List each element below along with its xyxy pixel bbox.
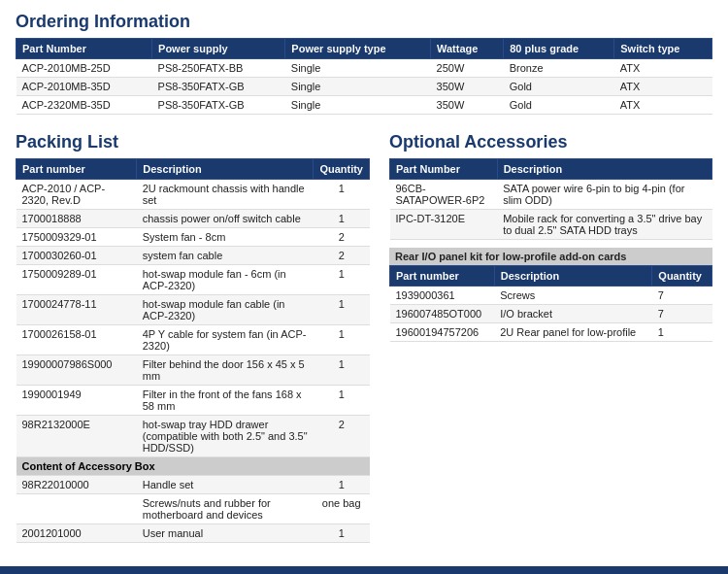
rear-cell: 7: [652, 305, 712, 323]
ordering-col-header: Part Number: [17, 39, 152, 59]
ordering-row: ACP-2010MB-35DPS8-350FATX-GBSingle350WGo…: [17, 78, 712, 96]
packing-cell: 2: [314, 228, 370, 247]
packing-row: 1700030260-01system fan cable2: [17, 247, 370, 265]
ordering-cell: Gold: [504, 78, 614, 96]
packing-col-header: Description: [137, 159, 314, 180]
rear-row: 196001947572062U Rear panel for low-prof…: [390, 323, 712, 342]
packing-cell: System fan - 8cm: [137, 228, 314, 247]
optional-title: Optional Accessories: [389, 132, 712, 152]
packing-cell: 1: [314, 355, 370, 386]
ordering-cell: 250W: [431, 59, 504, 78]
ordering-row: ACP-2010MB-25DPS8-250FATX-BBSingle250WBr…: [17, 59, 712, 78]
opt-row: 96CB-SATAPOWER-6P2SATA power wire 6-pin …: [390, 180, 712, 210]
packing-cell: chassis power on/off switch cable: [137, 210, 314, 228]
ordering-cell: ACP-2010MB-35D: [17, 78, 152, 96]
rear-cell: 1939000361: [390, 287, 495, 305]
ordering-row: ACP-2320MB-35DPS8-350FATX-GBSingle350WGo…: [17, 96, 712, 115]
opt-row: IPC-DT-3120EMobile rack for converting a…: [390, 210, 712, 240]
packing-cell: 1700024778-11: [17, 295, 137, 325]
packing-cell: 1750009289-01: [17, 265, 137, 295]
opt-cell: SATA power wire 6-pin to big 4-pin (for …: [497, 180, 711, 210]
rear-col-header: Part number: [390, 266, 495, 287]
packing-cell: Handle set: [137, 476, 314, 494]
packing-cell: Filter in the front of the fans 168 x 58…: [137, 386, 314, 416]
ordering-cell: ATX: [614, 96, 712, 115]
opt-col-header: Part Number: [390, 159, 498, 180]
packing-cell: 1: [314, 180, 370, 210]
packing-cell: 2: [314, 416, 370, 457]
packing-cell: 1750009329-01: [17, 228, 137, 247]
ordering-cell: PS8-350FATX-GB: [152, 78, 285, 96]
ordering-cell: ACP-2320MB-35D: [17, 96, 152, 115]
ordering-col-header: Power supply: [152, 39, 285, 59]
packing-cell: 98R2132000E: [17, 416, 137, 457]
opt-col-header: Description: [497, 159, 711, 180]
packing-cell: one bag: [314, 494, 370, 524]
rear-cell: 7: [652, 287, 712, 305]
packing-cell: system fan cable: [137, 247, 314, 265]
packing-cell: 19900007986S000: [17, 355, 137, 386]
rear-cell: 1: [652, 323, 712, 342]
rear-col-header: Description: [494, 266, 652, 287]
packing-cell: 4P Y cable for system fan (in ACP-2320): [137, 325, 314, 355]
packing-row: 2001201000User manual1: [17, 524, 370, 543]
ordering-col-header: Switch type: [614, 39, 712, 59]
rear-cell: 2U Rear panel for low-profile: [494, 323, 652, 342]
packing-cell: Screws/nuts and rubber for motherboard a…: [137, 494, 314, 524]
rear-row: 196007485OT000I/O bracket7: [390, 305, 712, 323]
footer-bar: Online Download www.advantech.com/produc…: [0, 566, 728, 574]
packing-cell: hot-swap tray HDD drawer (compatible wit…: [137, 416, 314, 457]
packing-col-header: Quantity: [314, 159, 370, 180]
packing-row: 1700024778-11hot-swap module fan cable (…: [17, 295, 370, 325]
packing-cell: 1: [314, 210, 370, 228]
rear-col-header: Quantity: [652, 266, 712, 287]
packing-cell: 1700026158-01: [17, 325, 137, 355]
packing-row: 1700026158-014P Y cable for system fan (…: [17, 325, 370, 355]
ordering-cell: ATX: [614, 78, 712, 96]
opt-cell: 96CB-SATAPOWER-6P2: [390, 180, 498, 210]
packing-row: 19900007986S000Filter behind the door 15…: [17, 355, 370, 386]
packing-table: Part numberDescriptionQuantity ACP-2010 …: [16, 158, 370, 543]
opt-cell: IPC-DT-3120E: [390, 210, 498, 240]
packing-row: 1750009329-01System fan - 8cm2: [17, 228, 370, 247]
ordering-col-header: Power supply type: [285, 39, 431, 59]
packing-col-header: Part number: [17, 159, 137, 180]
packing-cell: 1: [314, 295, 370, 325]
packing-cell: Filter behind the door 156 x 45 x 5 mm: [137, 355, 314, 386]
packing-cell: User manual: [137, 524, 314, 543]
packing-cell: 98R22010000: [17, 476, 137, 494]
ordering-cell: ACP-2010MB-25D: [17, 59, 152, 78]
packing-cell: 1: [314, 265, 370, 295]
packing-row: ACP-2010 / ACP-2320, Rev.D2U rackmount c…: [17, 180, 370, 210]
ordering-cell: Single: [285, 78, 431, 96]
ordering-cell: Single: [285, 96, 431, 115]
ordering-section: Ordering Information Part NumberPower su…: [16, 12, 712, 115]
packing-section: Packing List Part numberDescriptionQuant…: [16, 132, 370, 543]
ordering-cell: Bronze: [504, 59, 614, 78]
packing-cell: hot-swap module fan cable (in ACP-2320): [137, 295, 314, 325]
packing-cell: 1: [314, 386, 370, 416]
packing-cell: 2: [314, 247, 370, 265]
optional-section: Optional Accessories Part NumberDescript…: [389, 132, 712, 543]
packing-cell: 2U rackmount chassis with handle set: [137, 180, 314, 210]
rear-table: Part numberDescriptionQuantity1939000361…: [389, 265, 712, 342]
ordering-cell: Single: [285, 59, 431, 78]
ordering-cell: 350W: [431, 96, 504, 115]
packing-cell: 1990001949: [17, 386, 137, 416]
packing-row: 1990001949Filter in the front of the fan…: [17, 386, 370, 416]
ordering-cell: 350W: [431, 78, 504, 96]
ordering-cell: PS8-350FATX-GB: [152, 96, 285, 115]
rear-io-subheader: Rear I/O panel kit for low-profile add-o…: [389, 248, 712, 265]
packing-row: 98R2132000Ehot-swap tray HDD drawer (com…: [17, 416, 370, 457]
packing-section-header: Content of Accessory Box: [17, 457, 370, 476]
rear-cell: 196007485OT000: [390, 305, 495, 323]
packing-row: 98R22010000Handle set1: [17, 476, 370, 494]
ordering-cell: PS8-250FATX-BB: [152, 59, 285, 78]
packing-cell: 1: [314, 476, 370, 494]
packing-cell: 1: [314, 325, 370, 355]
ordering-cell: Gold: [504, 96, 614, 115]
ordering-col-header: Wattage: [431, 39, 504, 59]
packing-cell: 1: [314, 524, 370, 543]
packing-cell: 1700018888: [17, 210, 137, 228]
ordering-table: Part NumberPower supplyPower supply type…: [16, 38, 712, 115]
